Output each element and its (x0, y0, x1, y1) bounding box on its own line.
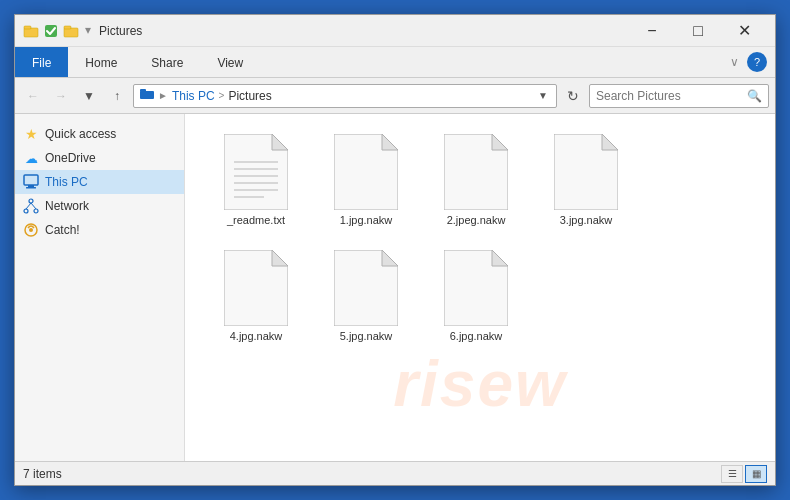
forward-button[interactable]: → (49, 84, 73, 108)
address-bar: ← → ▼ ↑ ► This PC > Pictures ▼ ↻ 🔍 (15, 78, 775, 114)
ribbon: File Home Share View ∨ ? (15, 47, 775, 78)
svg-rect-9 (26, 187, 36, 189)
file-icon-3 (554, 134, 618, 210)
sidebar-label-quick-access: Quick access (45, 127, 116, 141)
file-name-4: 4.jpg.nakw (230, 330, 283, 342)
file-item-5[interactable]: 5.jpg.nakw (311, 246, 421, 346)
svg-rect-4 (64, 26, 71, 29)
title-bar-icons: ▾ (23, 23, 91, 39)
search-icon[interactable]: 🔍 (747, 89, 762, 103)
breadcrumb-sep-2: > (219, 90, 225, 101)
view-toggle-buttons: ☰ ▦ (721, 465, 767, 483)
breadcrumb-bar: ► This PC > Pictures ▼ (133, 84, 557, 108)
catch-icon (23, 222, 39, 238)
breadcrumb-this-pc[interactable]: This PC (172, 89, 215, 103)
dropdown-recent-button[interactable]: ▼ (77, 84, 101, 108)
file-item-4[interactable]: 4.jpg.nakw (201, 246, 311, 346)
breadcrumb-dropdown[interactable]: ▼ (536, 88, 550, 103)
svg-rect-8 (28, 185, 34, 187)
svg-rect-1 (24, 26, 31, 29)
sidebar-label-catch: Catch! (45, 223, 80, 237)
sidebar: ★ Quick access ☁ OneDrive This PC (15, 114, 185, 461)
file-icon-6 (444, 250, 508, 326)
svg-rect-3 (64, 28, 78, 37)
sidebar-item-onedrive[interactable]: ☁ OneDrive (15, 146, 184, 170)
cloud-icon: ☁ (23, 150, 39, 166)
file-icon-readme (224, 134, 288, 210)
help-button[interactable]: ? (747, 52, 767, 72)
status-bar: 7 items ☰ ▦ (15, 461, 775, 485)
main-area: ★ Quick access ☁ OneDrive This PC (15, 114, 775, 461)
svg-rect-5 (140, 91, 154, 99)
file-name-2: 2.jpeg.nakw (447, 214, 506, 226)
svg-rect-0 (24, 28, 38, 37)
star-icon: ★ (23, 126, 39, 142)
title-bar: ▾ Pictures − □ ✕ (15, 15, 775, 47)
file-item-1[interactable]: 1.jpg.nakw (311, 130, 421, 230)
maximize-button[interactable]: □ (675, 15, 721, 47)
sidebar-label-onedrive: OneDrive (45, 151, 96, 165)
sidebar-label-network: Network (45, 199, 89, 213)
file-name-3: 3.jpg.nakw (560, 214, 613, 226)
file-icon-1 (334, 134, 398, 210)
file-name-1: 1.jpg.nakw (340, 214, 393, 226)
tab-file[interactable]: File (15, 47, 68, 77)
svg-marker-30 (602, 134, 618, 150)
sidebar-item-network[interactable]: Network (15, 194, 184, 218)
search-box: 🔍 (589, 84, 769, 108)
file-name-5: 5.jpg.nakw (340, 330, 393, 342)
sidebar-item-this-pc[interactable]: This PC (15, 170, 184, 194)
search-input[interactable] (596, 89, 743, 103)
qat-icon-2 (43, 23, 59, 39)
breadcrumb-sep-1: ► (158, 90, 168, 101)
svg-marker-32 (272, 250, 288, 266)
svg-line-13 (26, 203, 31, 209)
minimize-button[interactable]: − (629, 15, 675, 47)
window-title: Pictures (99, 24, 629, 38)
file-icon-5 (334, 250, 398, 326)
tab-view[interactable]: View (200, 47, 260, 77)
file-item-readme[interactable]: _readme.txt (201, 130, 311, 230)
tab-home[interactable]: Home (68, 47, 134, 77)
svg-point-11 (24, 209, 28, 213)
close-button[interactable]: ✕ (721, 15, 767, 47)
file-name-readme: _readme.txt (227, 214, 285, 226)
svg-marker-28 (492, 134, 508, 150)
ribbon-chevron-down[interactable]: ∨ (730, 55, 739, 69)
svg-marker-34 (382, 250, 398, 266)
content-area: risew (185, 114, 775, 461)
file-item-2[interactable]: 2.jpeg.nakw (421, 130, 531, 230)
window-controls: − □ ✕ (629, 15, 767, 47)
refresh-button[interactable]: ↻ (561, 84, 585, 108)
tab-share[interactable]: Share (134, 47, 200, 77)
ribbon-tabs: File Home Share View ∨ ? (15, 47, 775, 77)
sidebar-item-quick-access[interactable]: ★ Quick access (15, 122, 184, 146)
sidebar-item-catch[interactable]: Catch! (15, 218, 184, 242)
qat-chevron[interactable]: ▾ (85, 23, 91, 39)
file-icon-4 (224, 250, 288, 326)
svg-marker-36 (492, 250, 508, 266)
svg-marker-18 (272, 134, 288, 150)
watermark: risew (393, 347, 567, 421)
pc-icon (23, 174, 39, 190)
network-icon (23, 198, 39, 214)
explorer-window: ▾ Pictures − □ ✕ File Home Share View ∨ … (14, 14, 776, 486)
svg-marker-26 (382, 134, 398, 150)
view-list-button[interactable]: ☰ (721, 465, 743, 483)
svg-point-12 (34, 209, 38, 213)
breadcrumb-folder-icon (140, 88, 154, 103)
breadcrumb-pictures: Pictures (228, 89, 271, 103)
view-icon-button[interactable]: ▦ (745, 465, 767, 483)
back-button[interactable]: ← (21, 84, 45, 108)
svg-rect-6 (140, 89, 146, 92)
status-count: 7 items (23, 467, 62, 481)
qat-icon-folder (63, 23, 79, 39)
file-name-6: 6.jpg.nakw (450, 330, 503, 342)
sidebar-label-this-pc: This PC (45, 175, 88, 189)
file-item-3[interactable]: 3.jpg.nakw (531, 130, 641, 230)
up-button[interactable]: ↑ (105, 84, 129, 108)
svg-point-10 (29, 199, 33, 203)
svg-rect-7 (24, 175, 38, 185)
svg-point-16 (29, 228, 33, 232)
file-item-6[interactable]: 6.jpg.nakw (421, 246, 531, 346)
